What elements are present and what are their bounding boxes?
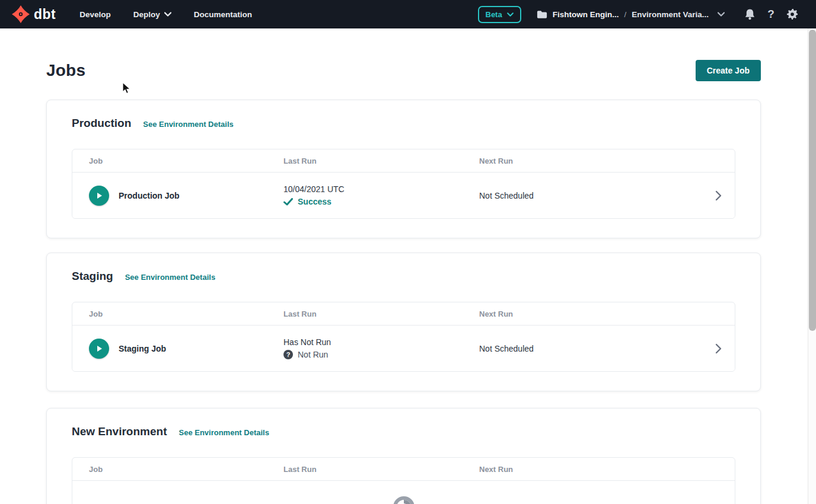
environment-header: Staging See Environment Details [72, 270, 735, 283]
dbt-logo-icon [12, 5, 30, 23]
svg-text:?: ? [286, 351, 291, 358]
chevron-right-icon [714, 190, 722, 201]
job-name: Production Job [119, 191, 180, 200]
check-icon [283, 198, 293, 206]
environment-card-production: Production See Environment Details Job L… [46, 100, 761, 238]
nav-right-group: Beta Fishtown Engin... / Environment Var… [478, 6, 801, 23]
brand-name: dbt [34, 7, 56, 23]
environment-card-staging: Staging See Environment Details Job Last… [46, 253, 761, 391]
create-job-button[interactable]: Create Job [696, 60, 761, 81]
column-header-job: Job [72, 465, 283, 474]
chevron-down-icon [718, 12, 725, 17]
beta-label: Beta [486, 10, 502, 19]
jobs-table-header: Job Last Run Next Run [72, 302, 735, 326]
jobs-table: Job Last Run Next Run [72, 457, 735, 504]
question-circle-icon: ? [283, 350, 293, 359]
folder-icon [537, 10, 547, 19]
nav-item-deploy-label: Deploy [133, 10, 160, 19]
column-header-next-run: Next Run [479, 465, 702, 474]
environment-header: Production See Environment Details [72, 117, 735, 130]
breadcrumb[interactable]: Fishtown Engin... / Environment Varia... [537, 10, 725, 19]
last-run-status: ? Not Run [283, 350, 479, 359]
see-environment-details-link[interactable]: See Environment Details [125, 273, 215, 282]
gear-icon [787, 9, 798, 20]
status-badge: Not Run [298, 350, 328, 359]
main-content: Jobs Create Job Production See Environme… [0, 28, 808, 504]
page-title: Jobs [46, 61, 85, 80]
nav-item-develop-label: Develop [79, 10, 111, 19]
empty-state-icon [393, 496, 415, 504]
jobs-table-header: Job Last Run Next Run [72, 458, 735, 481]
job-row-staging-job[interactable]: Staging Job Has Not Run ? Not Run Not Sc… [72, 326, 735, 371]
column-header-next-run: Next Run [479, 157, 702, 165]
bell-icon [744, 8, 756, 20]
nav-item-documentation-label: Documentation [194, 10, 252, 19]
help-button[interactable]: ? [763, 6, 779, 23]
empty-jobs-state [72, 481, 735, 504]
column-header-last-run: Last Run [283, 465, 479, 474]
top-nav: dbt Develop Deploy Documentation Beta Fi… [0, 0, 816, 28]
page-header: Jobs Create Job [46, 59, 761, 82]
breadcrumb-project[interactable]: Fishtown Engin... [553, 10, 619, 19]
see-environment-details-link[interactable]: See Environment Details [179, 428, 269, 437]
nav-icon-group: ? [741, 6, 801, 23]
next-run-value: Not Scheduled [479, 191, 702, 200]
scrollbar-track[interactable] [808, 28, 816, 504]
chevron-down-icon [164, 12, 171, 17]
environment-header: New Environment See Environment Details [72, 425, 735, 438]
chevron-right-icon [714, 343, 722, 354]
help-icon: ? [767, 8, 774, 21]
play-icon [95, 344, 103, 353]
scrollbar-thumb[interactable] [809, 30, 816, 331]
chevron-down-icon [507, 12, 514, 17]
column-header-job: Job [72, 157, 283, 165]
column-header-next-run: Next Run [479, 310, 702, 318]
column-header-job: Job [72, 310, 283, 318]
run-job-button[interactable] [89, 186, 109, 206]
status-badge: Success [298, 197, 332, 206]
jobs-table-header: Job Last Run Next Run [72, 149, 735, 173]
job-row-production-job[interactable]: Production Job 10/04/2021 UTC Success No… [72, 173, 735, 218]
jobs-table: Job Last Run Next Run Staging Job Has No… [72, 302, 735, 372]
see-environment-details-link[interactable]: See Environment Details [143, 120, 233, 129]
last-run-date: 10/04/2021 UTC [283, 184, 479, 194]
environment-name: Production [72, 117, 131, 130]
environment-name: New Environment [72, 425, 167, 438]
environment-name: Staging [72, 270, 113, 283]
settings-button[interactable] [784, 6, 801, 23]
run-job-button[interactable] [89, 339, 109, 359]
beta-dropdown[interactable]: Beta [478, 6, 521, 23]
environment-card-new-environment: New Environment See Environment Details … [46, 408, 761, 504]
nav-item-develop[interactable]: Develop [79, 10, 111, 19]
primary-nav: Develop Deploy Documentation [79, 10, 252, 19]
column-header-last-run: Last Run [283, 310, 479, 318]
last-run-date: Has Not Run [283, 337, 479, 347]
nav-item-deploy[interactable]: Deploy [133, 10, 171, 19]
play-icon [95, 192, 103, 200]
last-run-status: Success [283, 197, 479, 206]
next-run-value: Not Scheduled [479, 344, 702, 353]
dbt-logo[interactable]: dbt [12, 5, 56, 23]
notifications-button[interactable] [741, 6, 758, 23]
column-header-last-run: Last Run [283, 157, 479, 165]
jobs-table: Job Last Run Next Run Production Job 10/… [72, 149, 735, 219]
job-name: Staging Job [119, 344, 166, 353]
nav-item-documentation[interactable]: Documentation [194, 10, 252, 19]
breadcrumb-separator: / [624, 10, 626, 19]
breadcrumb-section[interactable]: Environment Varia... [632, 10, 709, 19]
